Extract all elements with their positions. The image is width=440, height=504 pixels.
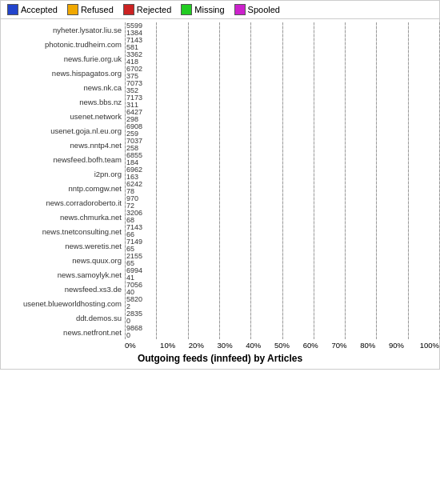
x-tick: 60% bbox=[296, 341, 325, 350]
x-tick: 50% bbox=[268, 341, 297, 350]
legend-item-refused: Refused bbox=[67, 4, 114, 15]
legend-label-spooled: Spooled bbox=[248, 5, 280, 14]
bar-value-labels: 215565 bbox=[126, 253, 142, 267]
bar-value-labels: 98680 bbox=[126, 325, 142, 339]
bar-row: 320668 bbox=[125, 210, 439, 224]
legend: AcceptedRefusedRejectedMissingSpooled bbox=[1, 1, 439, 19]
y-label: news.quux.org bbox=[72, 253, 122, 267]
legend-label-rejected: Rejected bbox=[137, 5, 171, 14]
bar-row: 6427298 bbox=[125, 109, 439, 123]
bar-value-labels: 6702375 bbox=[126, 66, 142, 80]
y-label: news.samoylyk.net bbox=[58, 267, 122, 282]
y-label: usenet.goja.nl.eu.org bbox=[50, 123, 122, 138]
legend-item-accepted: Accepted bbox=[7, 4, 58, 15]
bar-row: 7143581 bbox=[125, 37, 439, 51]
bar-row: 6702375 bbox=[125, 66, 439, 80]
bar-row: 6908259 bbox=[125, 123, 439, 138]
y-label: news.corradoroberto.it bbox=[46, 195, 122, 210]
bar-row: 98680 bbox=[125, 325, 439, 339]
x-tick: 0% bbox=[125, 341, 154, 350]
x-tick: 30% bbox=[210, 341, 239, 350]
bar-value-labels: 7173311 bbox=[126, 94, 142, 109]
x-tick: 100% bbox=[410, 341, 439, 350]
x-tick: 10% bbox=[154, 341, 182, 350]
bar-value-labels: 705640 bbox=[126, 282, 142, 296]
x-axis: 0%10%20%30%40%50%60%70%80%90%100% bbox=[125, 339, 439, 350]
y-label: nntp.comgw.net bbox=[68, 181, 122, 195]
legend-label-missing: Missing bbox=[194, 5, 224, 14]
bar-row: 705640 bbox=[125, 282, 439, 296]
bar-value-labels: 6962163 bbox=[126, 166, 142, 181]
legend-item-rejected: Rejected bbox=[123, 4, 171, 15]
legend-label-refused: Refused bbox=[81, 5, 114, 14]
y-label: usenet.blueworldhosting.com bbox=[23, 296, 122, 310]
bar-row: 624278 bbox=[125, 181, 439, 195]
bar-value-labels: 6908259 bbox=[126, 123, 142, 138]
bar-row: 7173311 bbox=[125, 94, 439, 109]
bar-value-labels: 55991384 bbox=[126, 22, 142, 37]
y-label: newsfeed.bofh.team bbox=[53, 152, 122, 166]
legend-item-missing: Missing bbox=[181, 4, 224, 15]
y-label: news.furie.org.uk bbox=[64, 51, 122, 66]
legend-item-spooled: Spooled bbox=[234, 4, 280, 15]
bar-row: 215565 bbox=[125, 253, 439, 267]
bar-row: 55991384 bbox=[125, 22, 439, 37]
x-tick: 20% bbox=[182, 341, 210, 350]
y-label: news.nntp4.net bbox=[70, 138, 122, 152]
y-label: newsfeed.xs3.de bbox=[65, 282, 122, 296]
bar-value-labels: 699441 bbox=[126, 267, 142, 282]
bar-value: 0 bbox=[126, 332, 142, 339]
bar-row: 699441 bbox=[125, 267, 439, 282]
legend-color-accepted bbox=[7, 4, 18, 15]
chart-title: Outgoing feeds (innfeed) by Articles bbox=[1, 350, 439, 369]
bar-value-labels: 7073352 bbox=[126, 80, 142, 94]
chart-container: AcceptedRefusedRejectedMissingSpooled ny… bbox=[0, 0, 440, 370]
legend-color-refused bbox=[67, 4, 78, 15]
bar-row: 6962163 bbox=[125, 166, 439, 181]
chart-area: nyheter.lysator.liu.sephotonic.trudheim.… bbox=[1, 19, 439, 339]
y-label: news.hispagatos.org bbox=[52, 66, 122, 80]
y-label: news.tnetconsulting.net bbox=[42, 224, 122, 238]
bar-value-labels: 28350 bbox=[126, 310, 142, 325]
y-label: news.bbs.nz bbox=[79, 94, 122, 109]
legend-label-accepted: Accepted bbox=[21, 5, 58, 14]
y-label: news.nk.ca bbox=[83, 80, 122, 94]
bar-value-labels: 6427298 bbox=[126, 109, 142, 123]
bar-value-labels: 714366 bbox=[126, 224, 142, 238]
y-label: nyheter.lysator.liu.se bbox=[53, 22, 122, 37]
x-tick: 80% bbox=[354, 341, 382, 350]
bar-value-labels: 58202 bbox=[126, 296, 142, 310]
y-label: news.chmurka.net bbox=[60, 210, 122, 224]
bar-row: 3362418 bbox=[125, 51, 439, 66]
bar-value-labels: 714965 bbox=[126, 238, 142, 253]
bar-value-labels: 6855184 bbox=[126, 152, 142, 166]
legend-color-spooled bbox=[234, 4, 246, 15]
x-tick: 90% bbox=[382, 341, 411, 350]
legend-color-rejected bbox=[123, 4, 134, 15]
bar-value-labels: 7037258 bbox=[126, 138, 142, 152]
bar-row: 58202 bbox=[125, 296, 439, 310]
y-label: news.netfront.net bbox=[63, 325, 122, 339]
bar-value-labels: 3362418 bbox=[126, 51, 142, 66]
bar-row: 6855184 bbox=[125, 152, 439, 166]
y-labels: nyheter.lysator.liu.sephotonic.trudheim.… bbox=[1, 22, 125, 339]
bar-row: 97072 bbox=[125, 195, 439, 210]
x-tick: 40% bbox=[239, 341, 268, 350]
y-label: ddt.demos.su bbox=[76, 310, 122, 325]
bar-value-labels: 7143581 bbox=[126, 37, 142, 51]
bar-row: 714965 bbox=[125, 238, 439, 253]
bars-area: 5599138471435813362418670237570733527173… bbox=[125, 22, 439, 339]
y-label: photonic.trudheim.com bbox=[45, 37, 122, 51]
legend-color-missing bbox=[181, 4, 192, 15]
bar-row: 7073352 bbox=[125, 80, 439, 94]
bar-row: 28350 bbox=[125, 310, 439, 325]
bar-row: 7037258 bbox=[125, 138, 439, 152]
bar-value-labels: 97072 bbox=[126, 195, 138, 210]
x-tick: 70% bbox=[325, 341, 354, 350]
y-label: i2pn.org bbox=[94, 166, 122, 181]
bar-value-labels: 320668 bbox=[126, 210, 142, 224]
bar-value-labels: 624278 bbox=[126, 181, 142, 195]
y-label: news.weretis.net bbox=[65, 238, 122, 253]
y-label: usenet.network bbox=[70, 109, 122, 123]
bar-row: 714366 bbox=[125, 224, 439, 238]
